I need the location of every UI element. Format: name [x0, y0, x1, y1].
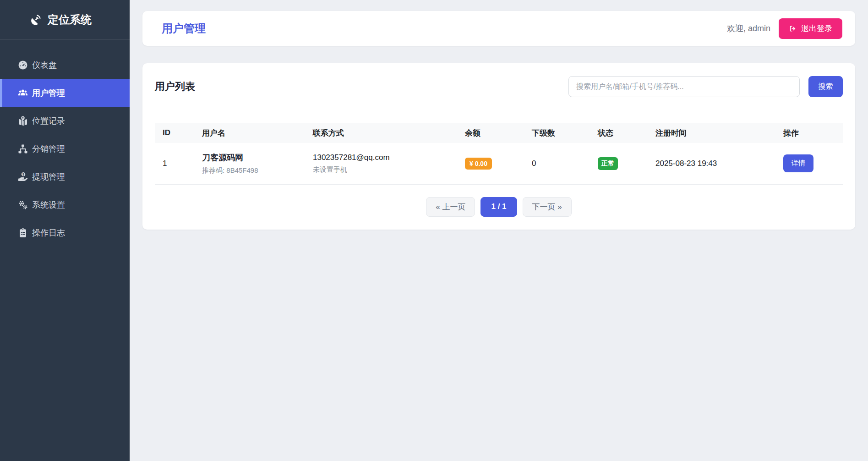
col-status: 状态	[590, 123, 648, 143]
col-id: ID	[155, 123, 195, 143]
next-page-button[interactable]: 下一页 »	[523, 197, 572, 217]
sidebar-item-logs[interactable]: 操作日志	[0, 219, 130, 247]
sidebar-item-location-records[interactable]: 位置记录	[0, 107, 130, 135]
cell-registered: 2025-08-23 19:43	[648, 143, 776, 184]
user-table: ID 用户名 联系方式 余额 下级数 状态 注册时间 操作 1 刀客源码网 推荐…	[155, 123, 843, 185]
search-button[interactable]: 搜索	[808, 76, 843, 97]
pagination: « 上一页 1 / 1 下一页 »	[155, 197, 843, 217]
top-header: 用户管理 欢迎, admin 退出登录	[142, 11, 855, 46]
cell-id: 1	[155, 143, 195, 184]
search-group: 搜索	[568, 76, 843, 97]
cell-subordinates: 0	[524, 143, 590, 184]
page-title: 用户管理	[162, 21, 206, 36]
satellite-dish-icon	[29, 14, 42, 26]
current-page-indicator[interactable]: 1 / 1	[480, 197, 517, 217]
cell-username: 刀客源码网 推荐码: 8B45F498	[195, 143, 306, 184]
sidebar-item-settings[interactable]: 系统设置	[0, 191, 130, 219]
email-text: 1302357281@qq.com	[313, 153, 450, 162]
main-content: 用户管理 欢迎, admin 退出登录 用户列表 搜索	[130, 0, 868, 241]
welcome-text: 欢迎, admin	[727, 23, 770, 34]
sidebar-item-label: 提现管理	[32, 171, 65, 182]
header-right: 欢迎, admin 退出登录	[727, 18, 842, 39]
sitemap-icon	[17, 143, 28, 154]
sidebar-item-label: 用户管理	[32, 88, 65, 99]
gears-icon	[17, 199, 28, 210]
col-contact: 联系方式	[306, 123, 458, 143]
sidebar-item-label: 位置记录	[32, 115, 65, 126]
sidebar-item-label: 仪表盘	[32, 60, 57, 71]
users-icon	[17, 88, 28, 99]
col-balance: 余额	[458, 123, 524, 143]
col-registered: 注册时间	[648, 123, 776, 143]
logout-button[interactable]: 退出登录	[779, 18, 842, 39]
col-actions: 操作	[776, 123, 843, 143]
app-title: 定位系统	[48, 12, 92, 27]
status-badge: 正常	[598, 157, 618, 170]
sidebar-item-dashboard[interactable]: 仪表盘	[0, 51, 130, 79]
col-username: 用户名	[195, 123, 306, 143]
cell-status: 正常	[590, 143, 648, 184]
hand-holding-dollar-icon: $	[17, 171, 28, 182]
sidebar-item-users[interactable]: 用户管理	[0, 79, 130, 107]
referral-code-text: 推荐码: 8B45F498	[202, 166, 298, 175]
map-location-icon	[17, 115, 28, 126]
cell-contact: 1302357281@qq.com 未设置手机	[306, 143, 458, 184]
sidebar-item-label: 操作日志	[32, 227, 65, 238]
sidebar-item-withdrawals[interactable]: $ 提现管理	[0, 163, 130, 191]
clipboard-list-icon	[17, 227, 28, 238]
logout-label: 退出登录	[801, 23, 832, 34]
table-row: 1 刀客源码网 推荐码: 8B45F498 1302357281@qq.com …	[155, 143, 843, 184]
cell-actions: 详情	[776, 143, 843, 184]
svg-text:$: $	[22, 172, 24, 176]
balance-badge: ¥ 0.00	[465, 158, 492, 170]
sidebar-menu: 仪表盘 用户管理 位置记录 分销管理 $ 提现管理	[0, 40, 130, 247]
user-list-card: 用户列表 搜索 ID 用户名 联系方式 余额 下级数 状态 注册时间	[142, 63, 855, 230]
phone-text: 未设置手机	[313, 165, 450, 174]
table-header: ID 用户名 联系方式 余额 下级数 状态 注册时间 操作	[155, 123, 843, 143]
cell-balance: ¥ 0.00	[458, 143, 524, 184]
sidebar-item-label: 分销管理	[32, 143, 65, 154]
username-text: 刀客源码网	[202, 152, 298, 163]
sign-out-icon	[789, 25, 797, 33]
detail-button[interactable]: 详情	[783, 154, 813, 172]
sidebar: 定位系统 仪表盘 用户管理 位置记录 分销管理	[0, 0, 130, 461]
card-toolbar: 用户列表 搜索	[155, 76, 843, 97]
search-input[interactable]	[568, 76, 800, 97]
sidebar-item-label: 系统设置	[32, 199, 65, 210]
list-title: 用户列表	[155, 80, 195, 93]
gauge-icon	[17, 60, 28, 71]
app-logo: 定位系统	[0, 0, 130, 40]
col-subordinates: 下级数	[524, 123, 590, 143]
prev-page-button[interactable]: « 上一页	[426, 197, 475, 217]
sidebar-item-distribution[interactable]: 分销管理	[0, 135, 130, 163]
